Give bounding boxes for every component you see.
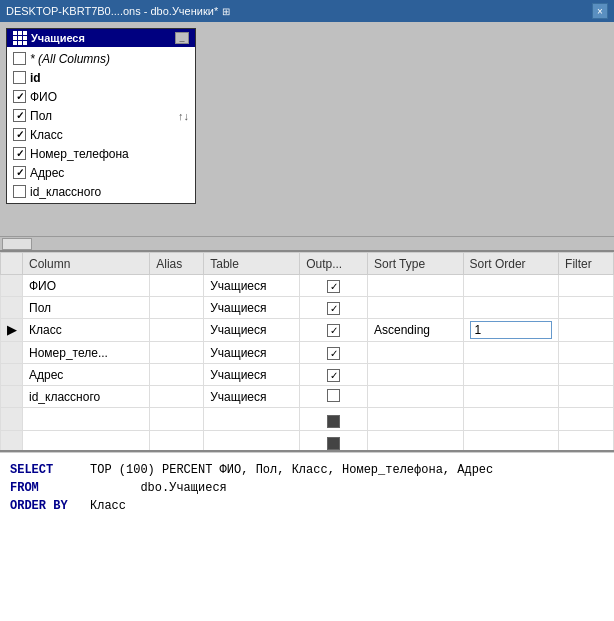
cell-sortorder[interactable] (463, 386, 559, 408)
cell-output[interactable] (300, 275, 368, 297)
cell-sortorder[interactable] (463, 342, 559, 364)
cell-alias[interactable] (150, 430, 204, 452)
checkbox-id-klass[interactable] (13, 185, 26, 198)
output-checkbox[interactable] (327, 302, 340, 315)
output-checkbox[interactable] (327, 280, 340, 293)
table-row (1, 408, 614, 431)
title-bar: DESKTOP-KBRT7B0....ons - dbo.Ученики* ⊞ … (0, 0, 614, 22)
cell-alias[interactable] (150, 386, 204, 408)
checkbox-fio[interactable] (13, 90, 26, 103)
output-checkbox[interactable] (327, 347, 340, 360)
scrollbar-thumb[interactable] (2, 238, 32, 250)
cell-alias[interactable] (150, 275, 204, 297)
cell-sortorder[interactable] (463, 297, 559, 319)
cell-sorttype[interactable] (367, 275, 463, 297)
cell-sortorder[interactable] (463, 408, 559, 431)
cell-sorttype[interactable] (367, 430, 463, 452)
output-checkbox-square[interactable] (327, 437, 340, 450)
checkbox-adres[interactable] (13, 166, 26, 179)
row-indicator (1, 342, 23, 364)
sql-keyword-select: SELECT (10, 461, 70, 479)
column-label-klass: Класс (30, 128, 63, 142)
cell-sortorder[interactable] (463, 275, 559, 297)
cell-alias[interactable] (150, 319, 204, 342)
grid-pane: Column Alias Table Outp... Sort Type Sor… (0, 252, 614, 452)
cell-sorttype[interactable] (367, 342, 463, 364)
cell-output[interactable] (300, 386, 368, 408)
list-item[interactable]: Класс (7, 125, 195, 144)
row-indicator (1, 364, 23, 386)
cell-table (204, 430, 300, 452)
row-indicator (1, 430, 23, 452)
column-label-id-klass: id_классного (30, 185, 101, 199)
cell-output[interactable] (300, 364, 368, 386)
cell-filter[interactable] (559, 275, 614, 297)
cell-column[interactable]: id_классного (23, 386, 150, 408)
cell-sorttype[interactable] (367, 364, 463, 386)
list-item[interactable]: Адрес (7, 163, 195, 182)
output-checkbox[interactable] (327, 369, 340, 382)
cell-sorttype[interactable] (367, 408, 463, 431)
list-item[interactable]: Номер_телефона (7, 144, 195, 163)
cell-sortorder[interactable] (463, 430, 559, 452)
list-item[interactable]: ФИО (7, 87, 195, 106)
pin-icon[interactable]: ⊞ (222, 6, 230, 17)
cell-column[interactable] (23, 408, 150, 431)
cell-filter[interactable] (559, 408, 614, 431)
cell-output[interactable] (300, 430, 368, 452)
col-header-alias: Alias (150, 253, 204, 275)
cell-filter[interactable] (559, 430, 614, 452)
cell-alias[interactable] (150, 364, 204, 386)
cell-output[interactable] (300, 408, 368, 431)
output-checkbox[interactable] (327, 324, 340, 337)
list-item[interactable]: id_классного (7, 182, 195, 201)
cell-output[interactable] (300, 297, 368, 319)
cell-alias[interactable] (150, 342, 204, 364)
cell-sorttype[interactable] (367, 386, 463, 408)
list-item[interactable]: * (All Columns) (7, 49, 195, 68)
cell-filter[interactable] (559, 342, 614, 364)
cell-sortorder[interactable] (463, 364, 559, 386)
cell-filter[interactable] (559, 364, 614, 386)
sort-order-value[interactable]: 1 (470, 321, 553, 339)
column-label-id: id (30, 71, 41, 85)
cell-column[interactable]: Номер_теле... (23, 342, 150, 364)
table-header: Учащиеся _ (7, 29, 195, 47)
title-bar-left: DESKTOP-KBRT7B0....ons - dbo.Ученики* ⊞ (6, 5, 230, 17)
checkbox-id[interactable] (13, 71, 26, 84)
checkbox-nomer[interactable] (13, 147, 26, 160)
list-item[interactable]: id (7, 68, 195, 87)
row-indicator (1, 408, 23, 431)
cell-sortorder[interactable]: 1 (463, 319, 559, 342)
list-item[interactable]: Пол ↑↓ (7, 106, 195, 125)
cell-column[interactable]: ФИО (23, 275, 150, 297)
cell-column[interactable]: Пол (23, 297, 150, 319)
checkbox-pol[interactable] (13, 109, 26, 122)
checkbox-klass[interactable] (13, 128, 26, 141)
cell-sorttype[interactable]: Ascending (367, 319, 463, 342)
cell-output[interactable] (300, 342, 368, 364)
cell-table: Учащиеся (204, 275, 300, 297)
cell-output[interactable] (300, 319, 368, 342)
cell-filter[interactable] (559, 319, 614, 342)
checkbox-all-columns[interactable] (13, 52, 26, 65)
output-checkbox[interactable] (327, 389, 340, 402)
close-button[interactable]: × (592, 3, 608, 19)
sql-line-2: FROM dbo.Учащиеся (10, 479, 604, 497)
table-rows: * (All Columns) id ФИО Пол ↑↓ (7, 47, 195, 203)
cell-alias[interactable] (150, 408, 204, 431)
cell-column[interactable] (23, 430, 150, 452)
cell-sorttype[interactable] (367, 297, 463, 319)
horizontal-scrollbar[interactable] (0, 236, 614, 250)
cell-filter[interactable] (559, 386, 614, 408)
table-title: Учащиеся (31, 32, 85, 44)
cell-alias[interactable] (150, 297, 204, 319)
sql-content-orderby: Класс (90, 497, 126, 515)
minimize-table-button[interactable]: _ (175, 32, 189, 44)
row-indicator (1, 386, 23, 408)
col-header-sortorder: Sort Order (463, 253, 559, 275)
output-checkbox-square[interactable] (327, 415, 340, 428)
cell-filter[interactable] (559, 297, 614, 319)
cell-column[interactable]: Класс (23, 319, 150, 342)
cell-column[interactable]: Адрес (23, 364, 150, 386)
